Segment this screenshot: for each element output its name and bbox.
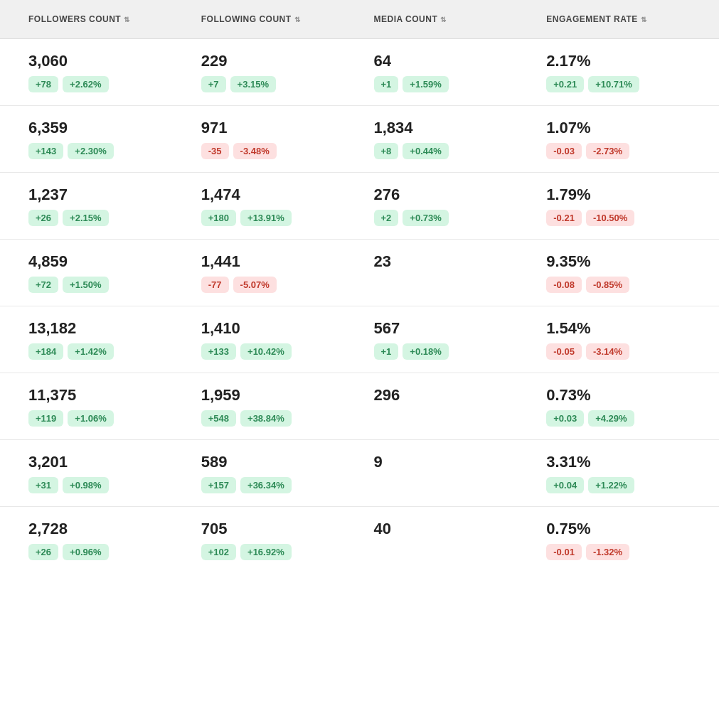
badge-red: -35: [201, 143, 229, 159]
badges-following: +7+3.15%: [201, 76, 346, 92]
badge-green: +13.91%: [240, 210, 292, 226]
cell-media: 276+2+0.73%: [360, 173, 533, 239]
value-followers: 2,728: [28, 520, 173, 538]
sort-icon-following[interactable]: ⇅: [294, 16, 301, 23]
cell-engagement: 0.75%-0.01-1.32%: [532, 507, 705, 573]
badge-green: +102: [201, 544, 236, 560]
badge-red: -0.03: [546, 143, 582, 159]
sort-icon-media[interactable]: ⇅: [440, 16, 447, 23]
badge-green: +1.59%: [403, 76, 448, 92]
value-following: 1,959: [201, 386, 346, 405]
badges-following: +180+13.91%: [201, 210, 346, 226]
header-engagement[interactable]: ENGAGEMENT RATE ⇅: [532, 0, 705, 38]
sort-icon-followers[interactable]: ⇅: [124, 16, 130, 23]
badge-green: +0.21: [546, 76, 584, 92]
badges-media: +2+0.73%: [374, 210, 518, 226]
value-following: 1,410: [201, 319, 346, 338]
badge-green: +0.73%: [403, 210, 448, 226]
cell-following: 1,959+548+38.84%: [187, 373, 360, 439]
cell-following: 705+102+16.92%: [187, 507, 360, 573]
cell-media: 23: [360, 240, 533, 306]
badges-followers: +72+1.50%: [28, 277, 173, 293]
value-followers: 1,237: [28, 186, 173, 204]
cell-followers: 6,359+143+2.30%: [14, 106, 187, 172]
badge-green: +119: [28, 410, 63, 427]
badge-red: -1.32%: [586, 544, 629, 560]
cell-following: 1,410+133+10.42%: [187, 306, 360, 373]
badges-followers: +184+1.42%: [28, 343, 173, 360]
badge-green: +3.15%: [230, 76, 276, 92]
sort-icon-engagement[interactable]: ⇅: [641, 16, 647, 23]
badges-engagement: +0.21+10.71%: [546, 76, 691, 92]
value-followers: 6,359: [28, 119, 173, 137]
badge-green: +157: [201, 477, 236, 493]
badge-green: +26: [28, 210, 58, 226]
badge-green: +78: [28, 76, 58, 92]
table-header: FOLLOWERS COUNT ⇅ FOLLOWING COUNT ⇅ MEDI…: [0, 0, 719, 39]
badge-red: -10.50%: [586, 210, 634, 226]
badge-green: +36.34%: [240, 477, 292, 493]
badge-green: +7: [201, 76, 226, 92]
badge-green: +0.96%: [63, 544, 108, 560]
value-followers: 11,375: [28, 386, 173, 405]
value-engagement: 0.73%: [546, 386, 691, 405]
header-engagement-label: ENGAGEMENT RATE: [546, 14, 638, 24]
header-media[interactable]: MEDIA COUNT ⇅: [360, 0, 533, 38]
value-followers: 4,859: [28, 252, 173, 271]
header-following[interactable]: FOLLOWING COUNT ⇅: [187, 0, 360, 38]
badge-green: +180: [201, 210, 236, 226]
badges-followers: +119+1.06%: [28, 410, 173, 427]
badge-green: +1.06%: [68, 410, 113, 427]
value-media: 40: [374, 520, 518, 538]
cell-following: 971-35-3.48%: [187, 106, 360, 172]
badges-engagement: -0.01-1.32%: [546, 544, 691, 560]
badge-green: +8: [374, 143, 399, 159]
badges-engagement: -0.21-10.50%: [546, 210, 691, 226]
table-body: 3,060+78+2.62%229+7+3.15%64+1+1.59%2.17%…: [0, 39, 719, 573]
cell-followers: 13,182+184+1.42%: [14, 306, 187, 373]
value-engagement: 0.75%: [546, 520, 691, 538]
header-followers[interactable]: FOLLOWERS COUNT ⇅: [14, 0, 187, 38]
table-row: 6,359+143+2.30%971-35-3.48%1,834+8+0.44%…: [0, 106, 719, 173]
badges-following: -35-3.48%: [201, 143, 346, 159]
badge-red: -2.73%: [586, 143, 629, 159]
badges-following: +102+16.92%: [201, 544, 346, 560]
cell-engagement: 0.73%+0.03+4.29%: [532, 373, 705, 439]
badges-media: +1+0.18%: [374, 343, 518, 360]
badge-green: +2.15%: [63, 210, 108, 226]
badge-red: -3.48%: [233, 143, 277, 159]
value-media: 9: [374, 453, 518, 471]
cell-media: 567+1+0.18%: [360, 306, 533, 373]
table-row: 3,201+31+0.98%589+157+36.34%93.31%+0.04+…: [0, 440, 719, 507]
header-media-label: MEDIA COUNT: [374, 14, 438, 24]
value-following: 589: [201, 453, 346, 471]
value-following: 971: [201, 119, 346, 137]
cell-following: 1,441-77-5.07%: [187, 240, 360, 306]
badge-green: +2: [374, 210, 399, 226]
badges-engagement: -0.08-0.85%: [546, 277, 691, 293]
badge-green: +548: [201, 410, 236, 427]
table-row: 11,375+119+1.06%1,959+548+38.84%2960.73%…: [0, 373, 719, 440]
value-following: 1,441: [201, 252, 346, 271]
badge-green: +10.71%: [588, 76, 639, 92]
badge-green: +10.42%: [240, 343, 292, 360]
main-table: FOLLOWERS COUNT ⇅ FOLLOWING COUNT ⇅ MEDI…: [0, 0, 719, 573]
badge-green: +1: [374, 343, 399, 360]
badges-followers: +26+2.15%: [28, 210, 173, 226]
badges-following: +157+36.34%: [201, 477, 346, 493]
badge-red: -3.14%: [586, 343, 629, 360]
cell-media: 64+1+1.59%: [360, 39, 533, 105]
table-row: 4,859+72+1.50%1,441-77-5.07%239.35%-0.08…: [0, 240, 719, 306]
badge-green: +133: [201, 343, 236, 360]
badge-green: +0.98%: [63, 477, 108, 493]
badges-followers: +26+0.96%: [28, 544, 173, 560]
value-media: 23: [374, 252, 518, 271]
badges-followers: +31+0.98%: [28, 477, 173, 493]
value-engagement: 1.54%: [546, 319, 691, 338]
badge-green: +1.42%: [68, 343, 113, 360]
badge-red: -0.01: [546, 544, 582, 560]
badge-red: -0.21: [546, 210, 582, 226]
header-followers-label: FOLLOWERS COUNT: [28, 14, 121, 24]
badge-green: +1: [374, 76, 399, 92]
value-media: 1,834: [374, 119, 518, 137]
